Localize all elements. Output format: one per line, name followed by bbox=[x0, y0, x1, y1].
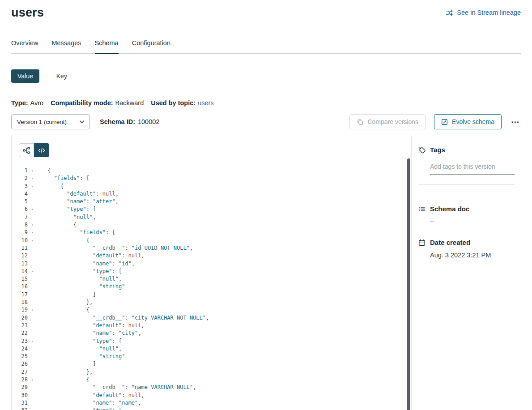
toggle-value[interactable]: Value bbox=[11, 69, 39, 83]
line-number: 22 bbox=[12, 329, 28, 337]
fold-toggle-icon[interactable]: ▾ bbox=[31, 407, 36, 410]
toggle-key[interactable]: Key bbox=[50, 69, 73, 83]
line-number: 17 bbox=[12, 291, 28, 299]
line-number: 10 bbox=[12, 237, 28, 244]
fold-toggle-icon[interactable]: ▾ bbox=[31, 268, 36, 275]
line-number: 20 bbox=[12, 314, 28, 322]
code-line-19: 19▾ { bbox=[12, 306, 411, 314]
compare-versions-button[interactable]: Compare versions bbox=[349, 114, 426, 129]
tags-input[interactable] bbox=[430, 163, 515, 175]
tab-overview[interactable]: Overview bbox=[11, 39, 38, 54]
code-text: "type": [ bbox=[47, 268, 122, 275]
topic-link[interactable]: users bbox=[198, 99, 213, 107]
code-line-7: 7 "null", bbox=[12, 214, 411, 221]
code-line-22: 22 "name": "city", bbox=[12, 329, 411, 337]
schema-doc-value: -- bbox=[430, 218, 521, 225]
line-number: 25 bbox=[12, 353, 28, 360]
code-view-button[interactable] bbox=[34, 143, 49, 157]
fold-toggle-icon[interactable]: ▾ bbox=[31, 205, 36, 213]
code-text: "type": [ bbox=[47, 205, 96, 213]
tab-schema[interactable]: Schema bbox=[95, 39, 119, 54]
fold-spacer bbox=[31, 368, 36, 376]
code-line-20: 20 "__crdb__": "city VARCHAR NOT NULL", bbox=[12, 314, 411, 322]
editor-scrollbar bbox=[407, 158, 410, 410]
code-line-21: 21 "default": null, bbox=[12, 322, 411, 329]
code-line-9: 9▾ "fields": [ bbox=[12, 229, 411, 236]
tab-configuration[interactable]: Configuration bbox=[132, 39, 170, 54]
tree-view-button[interactable] bbox=[19, 143, 34, 157]
line-number: 28 bbox=[12, 376, 28, 384]
schema-code-editor[interactable]: 1▾{2▾ "fields": [3▾ {4 "default": null,5… bbox=[12, 167, 411, 410]
date-created-header: Date created bbox=[418, 239, 521, 246]
code-text: { bbox=[47, 183, 64, 190]
code-line-3: 3▾ { bbox=[12, 183, 411, 190]
line-number: 30 bbox=[12, 392, 28, 399]
fold-toggle-icon[interactable]: ▾ bbox=[31, 237, 36, 244]
line-number: 31 bbox=[12, 399, 28, 407]
version-select[interactable]: Version 1 (current) bbox=[11, 114, 90, 129]
editor-scrollbar-thumb[interactable] bbox=[407, 158, 410, 410]
stream-lineage-link[interactable]: See in Stream lineage bbox=[446, 9, 521, 17]
line-number: 7 bbox=[12, 214, 28, 221]
fold-toggle-icon[interactable]: ▾ bbox=[31, 306, 36, 314]
date-created-value: Aug. 3 2022 3:21 PM bbox=[430, 252, 521, 259]
fold-spacer bbox=[31, 260, 36, 268]
evolve-schema-icon bbox=[441, 119, 448, 125]
code-line-8: 8▾ { bbox=[12, 221, 411, 229]
code-text: "type": [ bbox=[47, 407, 122, 410]
schema-meta-row: Type: Avro Compatibility mode: Backward … bbox=[11, 99, 521, 107]
line-number: 3 bbox=[12, 183, 28, 190]
code-text: }, bbox=[47, 299, 93, 306]
code-text: "name": "id", bbox=[47, 260, 135, 268]
line-number: 15 bbox=[12, 275, 28, 283]
meta-compat-value: Backward bbox=[115, 99, 144, 107]
fold-toggle-icon[interactable]: ▾ bbox=[31, 229, 36, 236]
fold-spacer bbox=[31, 198, 36, 205]
fold-toggle-icon[interactable]: ▾ bbox=[31, 175, 36, 182]
stream-lineage-icon bbox=[446, 9, 453, 17]
fold-spacer bbox=[31, 299, 36, 306]
page-title: users bbox=[11, 5, 44, 20]
code-text: "__crdb__": "id UUID NOT NULL", bbox=[47, 244, 193, 252]
code-text: { bbox=[47, 221, 77, 229]
compare-versions-icon bbox=[357, 119, 363, 125]
fold-toggle-icon[interactable]: ▾ bbox=[31, 376, 36, 384]
line-number: 12 bbox=[12, 252, 28, 260]
meta-topic-label: Used by topic: bbox=[151, 99, 196, 107]
tab-messages[interactable]: Messages bbox=[51, 39, 81, 54]
tree-view-icon bbox=[23, 147, 30, 154]
line-number: 11 bbox=[12, 244, 28, 252]
chevron-down-icon bbox=[80, 120, 84, 124]
fold-spacer bbox=[31, 322, 36, 329]
fold-spacer bbox=[31, 399, 36, 407]
line-number: 32 bbox=[12, 407, 28, 410]
fold-toggle-icon[interactable]: ▾ bbox=[31, 183, 36, 190]
code-text: "name": "after", bbox=[47, 198, 119, 205]
line-number: 14 bbox=[12, 268, 28, 275]
tags-header: Tags bbox=[418, 146, 521, 154]
editor-view-toggle bbox=[19, 143, 49, 157]
fold-spacer bbox=[31, 360, 36, 368]
code-text: "default": null, bbox=[47, 252, 145, 260]
fold-toggle-icon[interactable]: ▾ bbox=[31, 167, 36, 175]
tags-section: Tags bbox=[418, 146, 521, 185]
code-line-10: 10▾ { bbox=[12, 237, 411, 244]
code-text: "__crdb__": "name VARCHAR NULL", bbox=[47, 384, 196, 391]
line-number: 13 bbox=[12, 260, 28, 268]
fold-toggle-icon[interactable]: ▾ bbox=[31, 221, 36, 229]
evolve-schema-button[interactable]: Evolve schema bbox=[434, 114, 502, 129]
version-select-value: Version 1 (current) bbox=[17, 119, 67, 125]
code-text: { bbox=[47, 167, 51, 175]
code-text: "fields": [ bbox=[47, 175, 89, 182]
schema-page: users See in Stream lineage OverviewMess… bbox=[0, 0, 532, 410]
more-options-button[interactable]: ⋯ bbox=[510, 118, 521, 126]
code-text: ] bbox=[47, 291, 96, 299]
stream-lineage-label: See in Stream lineage bbox=[457, 9, 521, 16]
tab-bar: OverviewMessagesSchemaConfiguration bbox=[11, 39, 521, 54]
schema-editor-panel: 1▾{2▾ "fields": [3▾ {4 "default": null,5… bbox=[11, 135, 412, 410]
fold-toggle-icon[interactable]: ▾ bbox=[31, 337, 36, 345]
schema-doc-title: Schema doc bbox=[430, 205, 469, 213]
line-number: 21 bbox=[12, 322, 28, 329]
code-text: ] bbox=[47, 360, 96, 368]
line-number: 19 bbox=[12, 306, 28, 314]
